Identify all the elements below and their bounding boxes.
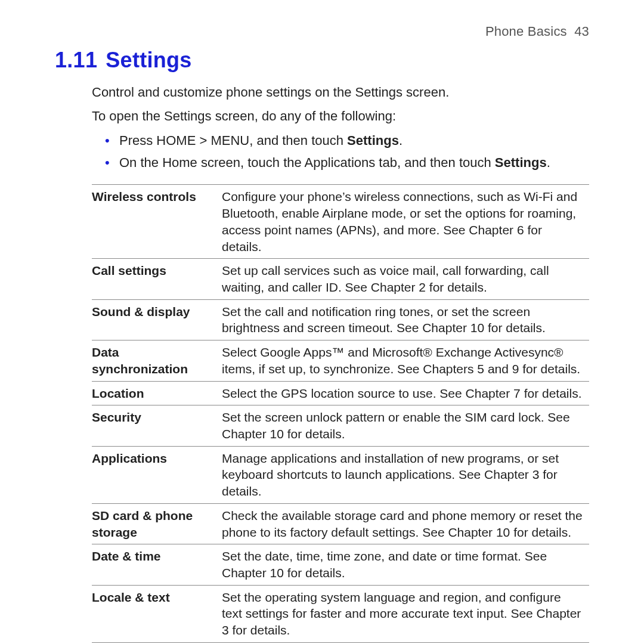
setting-description: Select the GPS location source to use. S… <box>222 381 589 405</box>
setting-name: Data synchronization <box>92 340 222 381</box>
setting-name: Date & time <box>92 544 222 585</box>
setting-description: Check the available storage card and pho… <box>222 503 589 544</box>
body: Control and customize phone settings on … <box>92 83 589 644</box>
instruction-bold: Settings <box>495 155 547 170</box>
table-row: Date & timeSet the date, time, time zone… <box>92 544 589 585</box>
setting-name: Security <box>92 405 222 446</box>
table-row: ApplicationsManage applications and inst… <box>92 446 589 503</box>
page: Phone Basics 43 1.11Settings Control and… <box>0 0 644 644</box>
setting-description: Select Google Apps™ and Microsoft® Excha… <box>222 340 589 381</box>
setting-description: Configure your phone’s wireless connecti… <box>222 185 589 259</box>
setting-name: Applications <box>92 446 222 503</box>
page-number: 43 <box>574 24 589 39</box>
section-number: 1.11 <box>55 48 97 72</box>
table-row: Sound & displaySet the call and notifica… <box>92 299 589 340</box>
table-row: SD card & phone storageCheck the availab… <box>92 503 589 544</box>
settings-table-body: Wireless controlsConfigure your phone’s … <box>92 185 589 644</box>
table-row: Wireless controlsConfigure your phone’s … <box>92 185 589 259</box>
instruction-bold: Settings <box>347 133 399 148</box>
setting-name: Call settings <box>92 259 222 299</box>
setting-name: Wireless controls <box>92 185 222 259</box>
instruction-text: On the Home screen, touch the Applicatio… <box>119 155 495 170</box>
chapter-name: Phone Basics <box>485 24 567 39</box>
section-title-text: Settings <box>106 48 191 72</box>
setting-description: Set the date, time, time zone, and date … <box>222 544 589 585</box>
instruction-text-post: . <box>547 155 550 170</box>
running-header: Phone Basics 43 <box>55 24 589 39</box>
table-row: Data synchronizationSelect Google Apps™ … <box>92 340 589 381</box>
setting-description: Set the operating system language and re… <box>222 585 589 642</box>
setting-name: SD card & phone storage <box>92 503 222 544</box>
table-row: Call settingsSet up call services such a… <box>92 259 589 299</box>
table-row: Locale & textSet the operating system la… <box>92 585 589 642</box>
setting-name: Locale & text <box>92 585 222 642</box>
intro-paragraph-2: To open the Settings screen, do any of t… <box>92 107 589 125</box>
table-row: LocationSelect the GPS location source t… <box>92 381 589 405</box>
instruction-item: On the Home screen, touch the Applicatio… <box>119 153 589 172</box>
instruction-text-post: . <box>399 133 402 148</box>
instruction-list: Press HOME > MENU, and then touch Settin… <box>92 131 589 172</box>
setting-name: Location <box>92 381 222 405</box>
intro-paragraph-1: Control and customize phone settings on … <box>92 83 589 101</box>
setting-name: Sound & display <box>92 299 222 340</box>
setting-description: Manage applications and installation of … <box>222 446 589 503</box>
table-row: SecuritySet the screen unlock pattern or… <box>92 405 589 446</box>
setting-description: Set the call and notification ring tones… <box>222 299 589 340</box>
setting-description: Set the screen unlock pattern or enable … <box>222 405 589 446</box>
setting-description: Set up call services such as voice mail,… <box>222 259 589 299</box>
instruction-item: Press HOME > MENU, and then touch Settin… <box>119 131 589 150</box>
instruction-text: Press HOME > MENU, and then touch <box>119 133 347 148</box>
settings-table: Wireless controlsConfigure your phone’s … <box>92 184 589 644</box>
section-heading: 1.11Settings <box>55 48 589 73</box>
